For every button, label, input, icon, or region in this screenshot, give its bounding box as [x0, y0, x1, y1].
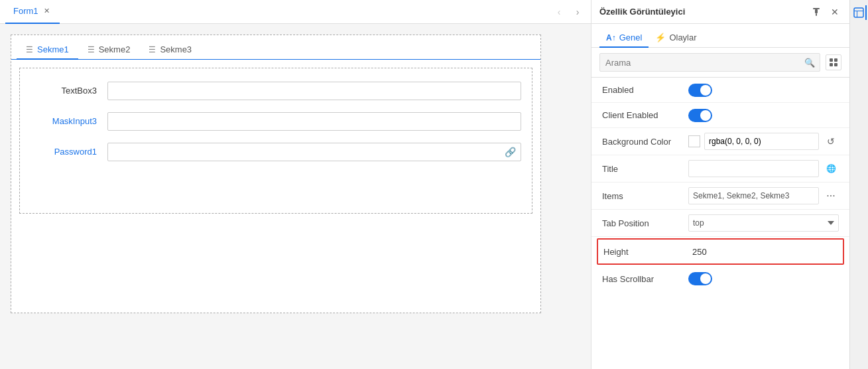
textbox3-input[interactable]	[107, 82, 521, 100]
tab-control: ☰ Sekme1 ☰ Sekme2 ☰ Sekme3 TextBo	[11, 35, 540, 214]
sidebar-strip-icon[interactable]	[852, 5, 867, 20]
textbox3-row: TextBox3	[31, 82, 521, 100]
prop-bg-value: ↺	[688, 133, 839, 150]
sekme2-icon: ☰	[88, 45, 95, 54]
nav-right[interactable]: ›	[570, 4, 586, 20]
property-panel: Özellik Görüntüleyici ✕ A↑ Genel ⚡ Olayl…	[591, 0, 849, 369]
prop-scrollbar-label: Has Scrollbar	[602, 274, 688, 284]
pin-icon[interactable]	[810, 5, 823, 19]
panel-tabs: A↑ Genel ⚡ Olaylar	[591, 24, 849, 48]
prop-tab-position-value: top bottom left right	[688, 214, 839, 232]
prop-background-color: Background Color ↺	[591, 128, 849, 155]
maskinput3-label: MaskInput3	[31, 116, 97, 126]
tab-sekme3[interactable]: ☰ Sekme3	[139, 40, 201, 60]
enabled-toggle[interactable]	[688, 84, 712, 97]
panel-search: 🔍	[591, 48, 849, 78]
panel-header: Özellik Görüntüleyici ✕	[591, 0, 849, 24]
svg-rect-5	[830, 63, 833, 66]
nav-left[interactable]: ‹	[551, 4, 567, 20]
maskinput3-input-wrap	[107, 112, 521, 131]
prop-title: Title 🌐	[591, 155, 849, 183]
client-enabled-toggle[interactable]	[688, 109, 712, 122]
prop-title-value: 🌐	[688, 160, 839, 177]
tab-position-select[interactable]: top bottom left right	[688, 214, 839, 232]
prop-height-value	[690, 243, 837, 260]
prop-tab-position-label: Tab Position	[602, 218, 688, 228]
search-input[interactable]	[599, 53, 820, 72]
textbox3-label: TextBox3	[31, 86, 97, 96]
svg-rect-9	[857, 11, 857, 17]
title-locale-btn[interactable]: 🌐	[823, 161, 839, 177]
password-visibility-icon[interactable]: 🔗	[505, 147, 516, 157]
prop-title-label: Title	[602, 164, 688, 174]
prop-bg-label: Background Color	[602, 137, 688, 147]
tab-genel[interactable]: A↑ Genel	[599, 29, 649, 48]
svg-rect-8	[854, 11, 863, 11]
tab-content: TextBox3 MaskInput3 Password	[19, 68, 532, 214]
sekme3-icon: ☰	[149, 45, 156, 54]
color-swatch[interactable]	[688, 135, 700, 147]
sekme3-label: Sekme3	[160, 44, 192, 54]
prop-enabled: Enabled	[591, 78, 849, 103]
search-icon: 🔍	[804, 58, 815, 68]
prop-has-scrollbar: Has Scrollbar	[591, 266, 849, 291]
svg-rect-1	[815, 9, 818, 13]
genel-tab-label: Genel	[619, 33, 643, 42]
nav-arrows: ‹ ›	[551, 4, 586, 20]
prop-client-enabled-value	[688, 109, 839, 122]
password1-label: Password1	[31, 147, 97, 157]
view-toggle-icon[interactable]	[826, 54, 841, 70]
close-icon[interactable]: ✕	[828, 5, 841, 19]
sidebar-strip	[849, 0, 868, 369]
password1-input-wrap: 🔗	[107, 143, 521, 161]
prop-height: Height	[597, 238, 844, 265]
password1-row: Password1 🔗	[31, 143, 521, 161]
prop-items: Items Sekme1, Sekme2, Sekme3 ···	[591, 183, 849, 210]
sekme1-icon: ☰	[26, 45, 33, 54]
textbox3-input-wrap	[107, 82, 521, 100]
svg-rect-3	[830, 58, 833, 62]
prop-height-label: Height	[603, 247, 690, 257]
sekme1-label: Sekme1	[37, 44, 69, 54]
maskinput3-row: MaskInput3	[31, 112, 521, 131]
prop-enabled-label: Enabled	[602, 85, 688, 95]
tab-sekme1[interactable]: ☰ Sekme1	[17, 40, 78, 60]
items-edit-btn[interactable]: ···	[823, 188, 839, 204]
svg-rect-4	[834, 58, 837, 62]
form1-tab[interactable]: Form1 ✕	[5, 0, 60, 24]
prop-tab-position: Tab Position top bottom left right	[591, 210, 849, 237]
tab-sekme2[interactable]: ☰ Sekme2	[78, 40, 140, 60]
genel-tab-icon: A↑	[606, 33, 616, 42]
bg-color-reset[interactable]: ↺	[823, 133, 839, 149]
olaylar-tab-icon: ⚡	[655, 33, 666, 42]
olaylar-tab-label: Olaylar	[669, 33, 696, 42]
title-input[interactable]	[688, 160, 819, 177]
bg-color-input[interactable]	[704, 133, 819, 150]
form1-tab-close[interactable]: ✕	[42, 7, 52, 16]
form-canvas: ☰ Sekme1 ☰ Sekme2 ☰ Sekme3 TextBo	[0, 24, 591, 369]
svg-rect-2	[816, 13, 817, 16]
svg-rect-0	[813, 8, 820, 9]
prop-enabled-value	[688, 84, 839, 97]
height-input[interactable]	[690, 243, 837, 260]
prop-client-enabled-label: Client Enabled	[602, 110, 688, 120]
sekme2-label: Sekme2	[99, 44, 131, 54]
svg-rect-6	[834, 63, 837, 66]
search-input-wrap: 🔍	[599, 53, 820, 72]
password1-input[interactable]	[107, 143, 521, 161]
items-display: Sekme1, Sekme2, Sekme3	[688, 187, 819, 204]
properties-list: Enabled Client Enabled Background Color …	[591, 78, 849, 369]
maskinput3-input[interactable]	[107, 112, 521, 131]
tab-olaylar[interactable]: ⚡ Olaylar	[649, 29, 703, 48]
form1-tab-label: Form1	[13, 6, 38, 16]
prop-client-enabled: Client Enabled	[591, 103, 849, 128]
svg-rect-7	[854, 8, 863, 17]
panel-header-icons: ✕	[810, 5, 841, 19]
panel-title: Özellik Görüntüleyici	[599, 7, 685, 17]
form-outer-border: ☰ Sekme1 ☰ Sekme2 ☰ Sekme3 TextBo	[11, 35, 541, 313]
tab-control-header: ☰ Sekme1 ☰ Sekme2 ☰ Sekme3	[11, 35, 540, 60]
scrollbar-toggle[interactable]	[688, 272, 712, 285]
prop-items-label: Items	[602, 191, 688, 201]
prop-items-value: Sekme1, Sekme2, Sekme3 ···	[688, 187, 839, 204]
top-tab-bar: Form1 ✕ ‹ ›	[0, 0, 591, 24]
